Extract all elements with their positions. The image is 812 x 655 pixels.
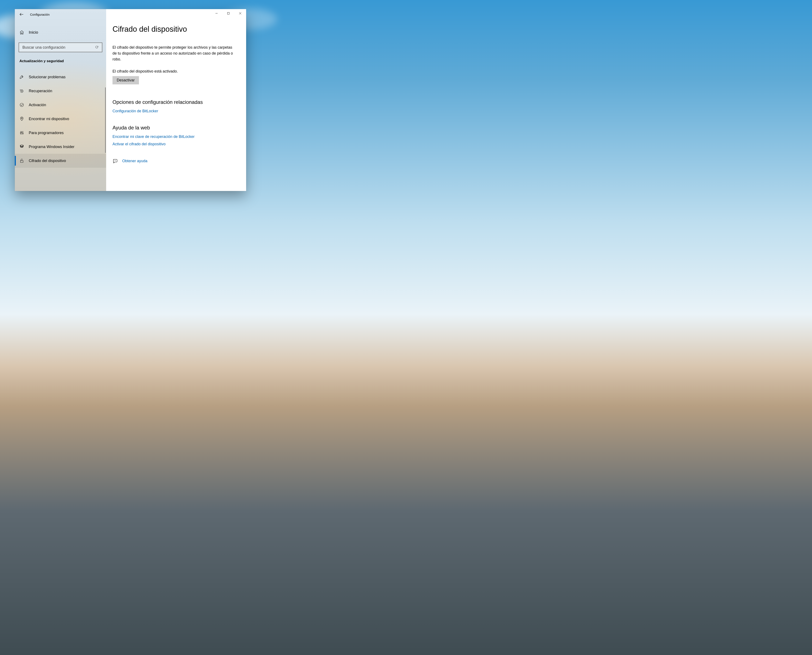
sidebar-item-label: Activación (29, 103, 46, 107)
window-close-button[interactable] (234, 9, 246, 18)
search-icon (95, 46, 99, 49)
app-title: Configuración (30, 13, 50, 16)
svg-point-1 (95, 46, 98, 48)
sidebar-item-label: Encontrar mi dispositivo (29, 117, 69, 121)
settings-content-pane: Cifrado del dispositivo El cifrado del d… (106, 9, 246, 191)
tools-icon (20, 131, 24, 135)
window-controls (210, 9, 246, 18)
svg-point-6 (20, 132, 21, 134)
link-turn-on-encryption[interactable]: Activar el cifrado del dispositivo (112, 142, 234, 146)
sidebar-home[interactable]: Inicio (15, 26, 106, 38)
lock-icon (20, 158, 24, 163)
window-maximize-button[interactable] (223, 9, 234, 18)
settings-sidebar: Configuración Inicio (15, 9, 106, 191)
sidebar-item-device-encryption[interactable]: Cifrado del dispositivo (15, 154, 106, 168)
sidebar-section-header: Actualización y seguridad (15, 52, 106, 64)
sidebar-home-label: Inicio (29, 30, 38, 35)
related-settings-heading: Opciones de configuración relacionadas (112, 99, 234, 105)
svg-point-9 (21, 146, 21, 147)
close-icon (239, 12, 241, 15)
sidebar-item-activation[interactable]: Activación (15, 98, 106, 112)
home-icon (20, 30, 24, 35)
svg-rect-14 (227, 12, 229, 14)
help-chat-icon: ? (112, 158, 118, 164)
sidebar-scrollbar[interactable] (105, 88, 106, 153)
svg-point-4 (20, 103, 24, 107)
sidebar-nav-list: Solucionar problemas Recuperación (15, 70, 106, 168)
back-button[interactable] (18, 11, 25, 17)
settings-window: Configuración Inicio (15, 9, 246, 191)
link-find-recovery-key[interactable]: Encontrar mi clave de recuperación de Bi… (112, 135, 234, 139)
sidebar-item-troubleshoot[interactable]: Solucionar problemas (15, 70, 106, 84)
svg-text:?: ? (114, 159, 116, 161)
web-help-heading: Ayuda de la web (112, 125, 234, 131)
window-minimize-button[interactable] (210, 9, 223, 18)
link-bitlocker-settings[interactable]: Configuración de BitLocker (112, 109, 234, 113)
sidebar-item-label: Programa Windows Insider (29, 145, 74, 149)
checkmark-circle-icon (20, 103, 24, 107)
page-description: El cifrado del dispositivo te permite pr… (112, 45, 234, 62)
sidebar-item-label: Solucionar problemas (29, 75, 66, 79)
sidebar-item-for-developers[interactable]: Para programadores (15, 126, 106, 140)
sidebar-item-windows-insider[interactable]: Programa Windows Insider (15, 140, 106, 154)
encryption-status-text: El cifrado del dispositivo está activado… (112, 69, 234, 74)
sidebar-item-recovery[interactable]: Recuperación (15, 84, 106, 98)
arrow-left-icon (20, 12, 24, 17)
svg-point-7 (21, 132, 22, 132)
disable-encryption-button[interactable]: Desactivar (112, 76, 139, 85)
recovery-icon (20, 89, 24, 93)
search-input[interactable] (22, 45, 95, 50)
sidebar-item-label: Para programadores (29, 131, 64, 135)
settings-search[interactable] (18, 43, 102, 52)
page-title: Cifrado del dispositivo (112, 25, 234, 34)
link-get-help[interactable]: Obtener ayuda (122, 159, 147, 163)
svg-rect-11 (20, 146, 23, 147)
svg-point-8 (23, 133, 23, 134)
maximize-icon (227, 12, 230, 15)
sidebar-item-find-my-device[interactable]: Encontrar mi dispositivo (15, 112, 106, 126)
minimize-icon (215, 12, 218, 15)
sidebar-item-label: Recuperación (29, 89, 52, 93)
svg-point-3 (21, 91, 22, 92)
svg-point-5 (21, 118, 22, 119)
wrench-icon (20, 75, 24, 79)
window-titlebar-left: Configuración (15, 9, 106, 20)
sidebar-item-label: Cifrado del dispositivo (29, 158, 66, 163)
ninja-cat-icon (20, 145, 24, 149)
svg-point-10 (22, 146, 23, 147)
location-icon (20, 117, 24, 121)
svg-rect-12 (20, 160, 23, 162)
